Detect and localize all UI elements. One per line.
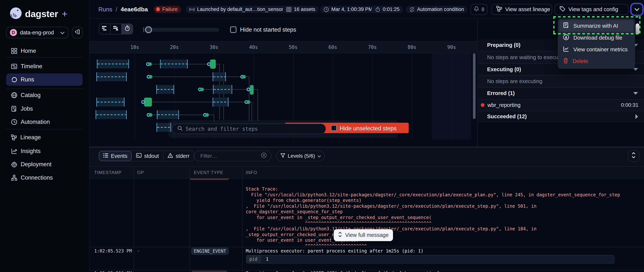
expand-panel-button[interactable] xyxy=(628,150,639,162)
sidebar-item[interactable]: Deployment xyxy=(6,158,82,170)
steps-empty-label: No steps are executing xyxy=(487,78,542,84)
sidebar-item[interactable]: Timeline xyxy=(6,60,82,73)
sidebar-item[interactable]: Automation xyxy=(6,116,82,128)
hide-not-started-checkbox[interactable] xyxy=(230,26,237,33)
axis-tick-label: 40s xyxy=(249,44,258,50)
steps-errored-row[interactable]: wbr_reporting 0:00:31 xyxy=(478,100,644,111)
run-tag[interactable]: Launched by default_aut…tion_sensor xyxy=(186,6,286,13)
run-tag[interactable]: 0:01:25 xyxy=(372,6,403,13)
gantt-time-axis: 10s20s30s40s50s60s70s80s90s xyxy=(90,41,477,53)
steps-section-title: Executing (0) xyxy=(487,66,521,73)
gantt-step-bar[interactable] xyxy=(96,98,124,107)
automation-condition-icon xyxy=(409,7,415,12)
sidebar-item[interactable]: Home xyxy=(6,45,82,57)
steps-section-header[interactable]: Succeeded (12) xyxy=(478,111,644,122)
events-tab[interactable]: Events xyxy=(99,151,132,161)
levels-dropdown[interactable]: Levels (5/6) xyxy=(276,150,325,161)
lineage-icon xyxy=(11,135,17,140)
run-tag[interactable]: 16 assets xyxy=(283,6,319,13)
gantt-step-bar[interactable] xyxy=(157,110,179,119)
gantt-step-bar[interactable] xyxy=(97,59,129,68)
run-tag[interactable]: Automation condition xyxy=(406,6,467,13)
gantt-step-bar[interactable] xyxy=(156,85,174,94)
zoom-slider-handle[interactable] xyxy=(145,26,152,33)
gantt-step-bar[interactable] xyxy=(212,98,228,107)
gantt-connector-line xyxy=(226,76,242,77)
gantt-vertical-scrollbar[interactable] xyxy=(473,53,476,119)
axis-tick-label: 70s xyxy=(368,44,377,50)
gantt-zoom-slider-thumb[interactable] xyxy=(636,23,639,35)
topbar: Runs / 4eae6dba ! Failure Launched by de… xyxy=(90,0,644,19)
axis-tick-label: 20s xyxy=(170,44,179,50)
menu-item[interactable]: Delete xyxy=(559,55,634,67)
axis-tick-label: 80s xyxy=(408,44,416,50)
sidebar-item-label: Runs xyxy=(21,76,34,83)
sidebar-item[interactable]: Insights xyxy=(6,145,82,157)
connections-icon xyxy=(11,175,17,181)
sidebar-item[interactable]: Connections xyxy=(6,172,82,184)
hide-unselected-checkbox[interactable] xyxy=(331,125,337,131)
sidebar-item-label: Catalog xyxy=(21,92,40,99)
sidebar-item[interactable]: Jobs xyxy=(6,103,82,115)
menu-item[interactable]: View container metrics xyxy=(559,44,634,55)
breadcrumb: Runs / 4eae6dba xyxy=(98,0,148,19)
jobs-icon xyxy=(11,106,17,112)
sidebar-item[interactable]: Catalog xyxy=(6,89,82,101)
gantt-connector-line xyxy=(150,76,213,77)
topbar-action-button[interactable]: View tags and config xyxy=(554,4,628,15)
hide-unselected-label: Hide unselected steps xyxy=(340,125,396,132)
sidebar-item[interactable]: Runs xyxy=(6,73,82,86)
view-full-message-label: View full message xyxy=(345,232,388,238)
axis-tick-label: 50s xyxy=(289,44,298,50)
gantt-step-marker-box[interactable] xyxy=(210,59,216,69)
events-tab[interactable]: stdout xyxy=(132,151,164,161)
gantt-step-bar[interactable] xyxy=(212,72,226,81)
gantt-step-marker-box[interactable] xyxy=(144,98,152,107)
gantt-connector-line xyxy=(252,102,252,121)
events-filter-input[interactable]: Filter… xyxy=(194,150,272,161)
assets-icon xyxy=(286,7,292,12)
events-column-header: TIMESTAMP xyxy=(94,170,122,175)
gantt-step-bar[interactable] xyxy=(160,59,188,68)
gantt-connector-line xyxy=(228,102,245,103)
workspace-switcher[interactable]: D data-eng-prod xyxy=(6,27,68,38)
sidebar-collapse-button[interactable] xyxy=(72,27,83,38)
notifications-button[interactable]: 0 xyxy=(470,4,488,15)
gantt-step-bar[interactable] xyxy=(213,85,232,94)
breadcrumb-runs-link[interactable]: Runs xyxy=(98,6,112,13)
waterfall-view-icon xyxy=(113,25,119,32)
menu-item-label: Delete xyxy=(573,58,588,64)
run-actions-menu-button[interactable] xyxy=(631,4,642,15)
flat-view-button[interactable] xyxy=(99,24,110,34)
step-search-input[interactable]: Search and filter steps xyxy=(172,124,326,134)
waterfall-view-button[interactable] xyxy=(110,24,122,34)
steps-section-title: Preparing (0) xyxy=(487,42,520,48)
menu-item[interactable]: Summarize with AI xyxy=(559,20,634,32)
clear-filter-icon[interactable] xyxy=(261,152,267,159)
events-tab-label: stderr xyxy=(176,153,190,159)
gantt-marker-dot xyxy=(200,88,204,91)
chevron-down-icon xyxy=(60,29,65,36)
zoom-slider-track[interactable] xyxy=(145,28,219,32)
view-full-message-button[interactable]: View full message xyxy=(334,229,393,241)
gantt-step-bar[interactable] xyxy=(96,72,127,81)
topbar-action-button[interactable]: View asset lineage xyxy=(492,4,552,15)
gantt-step-bar[interactable] xyxy=(96,110,127,119)
timed-view-button[interactable] xyxy=(122,24,133,34)
search-icon xyxy=(178,126,182,132)
gantt-connector-line xyxy=(152,102,212,103)
dagster-octopus-icon xyxy=(10,7,22,21)
events-table: TIMESTAMPOPEVENT TYPEINFO Stack Trace: F… xyxy=(90,166,644,272)
sidebar-item[interactable]: Lineage xyxy=(6,131,82,143)
events-tab[interactable]: stderr xyxy=(164,151,194,161)
menu-item[interactable]: Download debug file xyxy=(559,32,634,43)
gantt-step-marker-box[interactable] xyxy=(250,85,254,95)
scrolled-badge-sliver xyxy=(190,178,229,180)
levels-label: Levels (5/6) xyxy=(288,153,315,159)
steps-section-title: Errored (1) xyxy=(487,90,515,96)
steps-section-header[interactable]: Errored (1) xyxy=(478,88,644,100)
dagster-logo: dagster + xyxy=(10,7,68,21)
sidebar-divider xyxy=(6,57,82,57)
run-tag[interactable]: Mar 4, 1:00:39 PM xyxy=(320,6,376,13)
sidebar-item-label: Insights xyxy=(21,148,40,154)
